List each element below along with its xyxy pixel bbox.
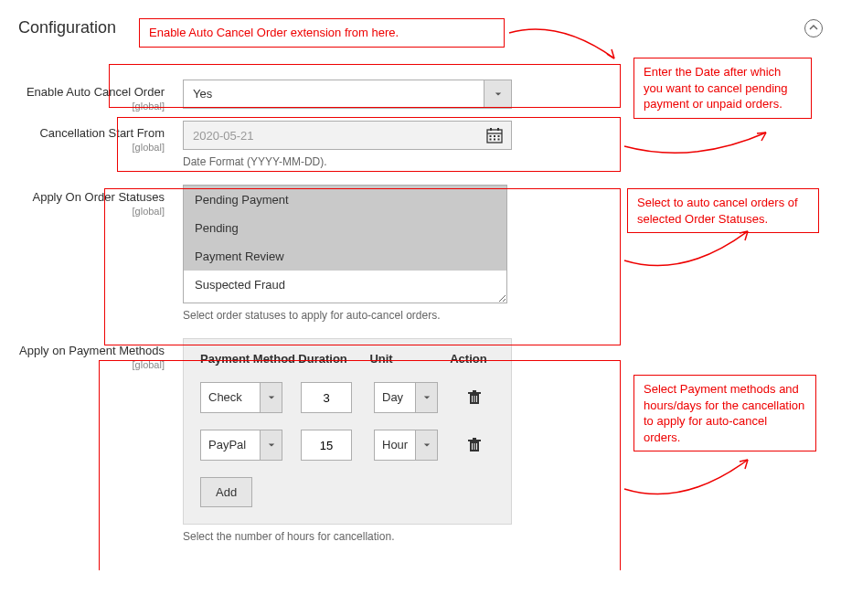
svg-rect-18	[473, 438, 476, 440]
svg-rect-6	[498, 135, 500, 137]
collapse-toggle-icon[interactable]	[804, 19, 823, 37]
start-scope: [global]	[18, 142, 165, 153]
page-title: Configuration	[18, 18, 116, 37]
start-date-input[interactable]: 2020-05-21	[183, 121, 512, 150]
col-method: Payment Method	[200, 352, 298, 366]
statuses-multiselect[interactable]: Pending Payment Pending Payment Review S…	[183, 185, 507, 303]
status-option[interactable]: Pending Payment	[184, 186, 506, 214]
svg-rect-9	[498, 139, 500, 141]
chevron-down-icon	[415, 383, 437, 412]
statuses-label: Apply On Order Statuses	[32, 190, 165, 204]
add-button[interactable]: Add	[200, 477, 252, 507]
col-action: Action	[450, 352, 495, 366]
callout-statuses: Select to auto cancel orders of selected…	[627, 188, 819, 233]
statuses-scope: [global]	[18, 206, 165, 217]
svg-rect-3	[497, 128, 499, 131]
duration-input[interactable]	[301, 430, 352, 461]
svg-rect-13	[472, 396, 473, 402]
callout-methods: Select Payment methods and hours/days fo…	[633, 375, 816, 451]
methods-label: Apply on Payment Methods	[19, 344, 165, 357]
svg-rect-20	[474, 443, 475, 450]
svg-rect-7	[490, 139, 492, 141]
callout-start: Enter the Date after which you want to c…	[633, 58, 812, 119]
chevron-down-icon	[260, 430, 282, 460]
enable-scope: [global]	[18, 101, 165, 112]
callout-enable: Enable Auto Cancel Order extension from …	[139, 18, 505, 48]
svg-rect-15	[476, 396, 477, 402]
svg-rect-21	[476, 443, 477, 450]
start-note: Date Format (YYYY-MM-DD).	[183, 155, 512, 168]
col-duration: Duration	[298, 352, 369, 366]
svg-rect-19	[472, 443, 473, 450]
start-date-value: 2020-05-21	[184, 129, 478, 143]
delete-row-button[interactable]	[456, 390, 493, 405]
calendar-icon[interactable]	[478, 127, 511, 143]
svg-rect-5	[494, 135, 495, 137]
statuses-note: Select order statuses to apply for auto-…	[183, 309, 512, 322]
method-select[interactable]: Check	[200, 382, 282, 413]
method-select[interactable]: PayPal	[200, 430, 282, 461]
payment-methods-panel: Payment Method Duration Unit Action Chec…	[183, 338, 512, 525]
status-option[interactable]: Payment Review	[184, 242, 506, 271]
svg-rect-12	[473, 390, 476, 392]
status-option[interactable]: Suspected Fraud	[184, 271, 506, 299]
svg-rect-17	[468, 440, 481, 441]
status-option[interactable]: Pending	[184, 214, 506, 242]
payment-method-row: Check Day	[200, 382, 495, 413]
enable-select[interactable]: Yes	[183, 80, 512, 109]
svg-rect-8	[494, 139, 495, 141]
payment-method-row: PayPal Hour	[200, 430, 495, 461]
svg-rect-4	[490, 135, 492, 137]
unit-select[interactable]: Hour	[374, 430, 438, 461]
methods-note: Select the number of hours for cancellat…	[183, 530, 512, 543]
start-label: Cancellation Start From	[39, 126, 165, 140]
svg-rect-2	[490, 128, 492, 131]
svg-rect-14	[474, 396, 475, 402]
col-unit: Unit	[369, 352, 450, 366]
duration-input[interactable]	[301, 382, 352, 413]
svg-rect-11	[468, 392, 481, 394]
chevron-down-icon	[484, 80, 511, 108]
enable-label: Enable Auto Cancel Order	[27, 85, 165, 99]
methods-scope: [global]	[18, 359, 165, 370]
enable-value: Yes	[184, 80, 484, 108]
unit-select[interactable]: Day	[374, 382, 438, 413]
delete-row-button[interactable]	[456, 438, 493, 452]
chevron-down-icon	[260, 383, 282, 412]
chevron-down-icon	[415, 430, 437, 460]
